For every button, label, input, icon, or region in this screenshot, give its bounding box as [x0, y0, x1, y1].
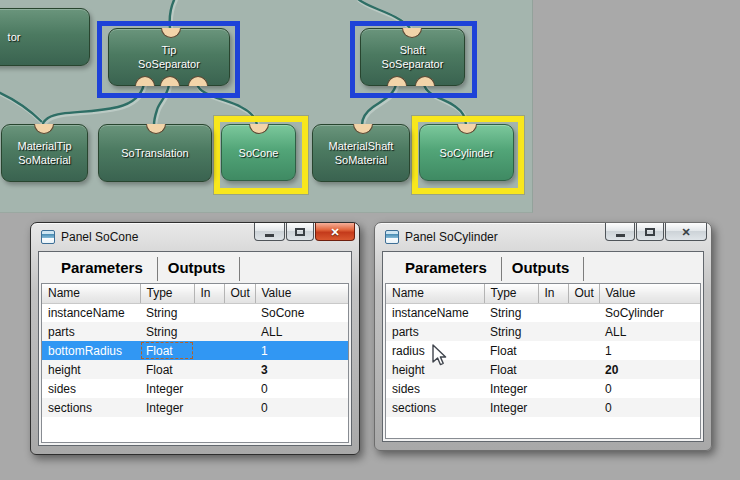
cell-in[interactable]: [194, 303, 224, 322]
cell-in[interactable]: [194, 360, 224, 379]
input-port[interactable]: [457, 124, 477, 134]
column-header-out[interactable]: Out: [568, 284, 599, 303]
node-materialshaft-somaterial[interactable]: MaterialShaft SoMaterial: [312, 124, 410, 182]
cell-value[interactable]: 1: [599, 341, 700, 360]
cell-out[interactable]: [224, 322, 255, 341]
cell-value[interactable]: 0: [255, 379, 348, 398]
input-port[interactable]: [161, 28, 181, 38]
cell-out[interactable]: [568, 379, 599, 398]
cell-name[interactable]: parts: [42, 322, 140, 341]
cell-type[interactable]: Float: [140, 341, 194, 360]
cell-value[interactable]: ALL: [255, 322, 348, 341]
table-row[interactable]: instanceName String SoCone: [42, 303, 348, 322]
tab-outputs[interactable]: Outputs: [158, 257, 241, 281]
cell-out[interactable]: [224, 398, 255, 417]
column-header-name[interactable]: Name: [386, 284, 484, 303]
table-row[interactable]: sections Integer 0: [386, 398, 700, 417]
node-sotranslation[interactable]: SoTranslation: [98, 124, 212, 182]
output-port[interactable]: [160, 76, 180, 86]
cell-type[interactable]: Integer: [140, 398, 194, 417]
input-port[interactable]: [146, 124, 166, 134]
maximize-button[interactable]: [636, 223, 664, 241]
column-header-value[interactable]: Value: [255, 284, 348, 303]
cell-name[interactable]: sides: [386, 379, 484, 398]
maximize-button[interactable]: [286, 223, 314, 241]
output-port[interactable]: [415, 76, 435, 86]
node-partial-separator[interactable]: tor: [0, 8, 90, 66]
close-button[interactable]: ✕: [665, 223, 707, 241]
cell-name[interactable]: sections: [42, 398, 140, 417]
cell-in[interactable]: [194, 322, 224, 341]
cell-in[interactable]: [538, 398, 568, 417]
cell-name[interactable]: sides: [42, 379, 140, 398]
cell-value[interactable]: 0: [599, 379, 700, 398]
node-materialtip-somaterial[interactable]: MaterialTip SoMaterial: [1, 124, 88, 182]
input-port[interactable]: [353, 124, 373, 134]
cell-value[interactable]: 0: [255, 398, 348, 417]
cell-in[interactable]: [538, 322, 568, 341]
cell-in[interactable]: [538, 303, 568, 322]
column-header-in[interactable]: In: [194, 284, 224, 303]
cell-type[interactable]: String: [140, 322, 194, 341]
tab-parameters[interactable]: Parameters: [395, 257, 502, 281]
cell-in[interactable]: [194, 341, 224, 360]
cell-out[interactable]: [568, 322, 599, 341]
column-header-in[interactable]: In: [538, 284, 568, 303]
tab-parameters[interactable]: Parameters: [51, 257, 158, 281]
cell-name[interactable]: instanceName: [386, 303, 484, 322]
close-button[interactable]: ✕: [315, 223, 355, 241]
table-row[interactable]: parts String ALL: [42, 322, 348, 341]
table-row[interactable]: parts String ALL: [386, 322, 700, 341]
cell-out[interactable]: [224, 379, 255, 398]
column-header-type[interactable]: Type: [484, 284, 538, 303]
cell-out[interactable]: [568, 303, 599, 322]
cell-in[interactable]: [194, 379, 224, 398]
cell-value[interactable]: ALL: [599, 322, 700, 341]
output-port[interactable]: [135, 76, 155, 86]
cell-type[interactable]: String: [484, 322, 538, 341]
minimize-button[interactable]: [605, 223, 635, 241]
node-graph-canvas[interactable]: tor Tip SoSeparator Shaft SoSeparator Ma…: [0, 0, 533, 213]
cell-value[interactable]: SoCone: [255, 303, 348, 322]
input-port[interactable]: [34, 124, 54, 134]
cell-type[interactable]: Integer: [484, 398, 538, 417]
output-port[interactable]: [387, 76, 407, 86]
table-row-selected[interactable]: bottomRadius Float 1: [42, 341, 348, 360]
cell-name[interactable]: instanceName: [42, 303, 140, 322]
column-header-type[interactable]: Type: [140, 284, 194, 303]
cell-name[interactable]: bottomRadius: [42, 341, 140, 360]
node-shaft-soseparator[interactable]: Shaft SoSeparator: [360, 28, 465, 86]
cell-out[interactable]: [224, 303, 255, 322]
output-port[interactable]: [188, 76, 208, 86]
cell-in[interactable]: [538, 379, 568, 398]
cell-type[interactable]: Integer: [140, 379, 194, 398]
cell-in[interactable]: [538, 360, 568, 379]
minimize-button[interactable]: [254, 223, 285, 241]
node-socone[interactable]: SoCone: [221, 124, 296, 181]
column-header-name[interactable]: Name: [42, 284, 140, 303]
cell-type[interactable]: Float: [140, 360, 194, 379]
node-socylinder[interactable]: SoCylinder: [419, 124, 514, 181]
cell-out[interactable]: [224, 341, 255, 360]
table-row[interactable]: instanceName String SoCylinder: [386, 303, 700, 322]
cell-type[interactable]: String: [484, 303, 538, 322]
cell-in[interactable]: [194, 398, 224, 417]
cell-type[interactable]: String: [140, 303, 194, 322]
input-port[interactable]: [402, 28, 422, 38]
cell-name[interactable]: parts: [386, 322, 484, 341]
node-tip-soseparator[interactable]: Tip SoSeparator: [108, 28, 230, 86]
table-row[interactable]: sections Integer 0: [42, 398, 348, 417]
cell-value[interactable]: 1: [255, 341, 348, 360]
cell-type[interactable]: Float: [484, 341, 538, 360]
cell-name[interactable]: sections: [386, 398, 484, 417]
cell-name[interactable]: height: [42, 360, 140, 379]
cell-out[interactable]: [568, 398, 599, 417]
cell-value[interactable]: 0: [599, 398, 700, 417]
table-row[interactable]: sides Integer 0: [42, 379, 348, 398]
cell-value[interactable]: 20: [599, 360, 700, 379]
column-header-out[interactable]: Out: [224, 284, 255, 303]
table-row[interactable]: sides Integer 0: [386, 379, 700, 398]
cell-out[interactable]: [224, 360, 255, 379]
cell-type[interactable]: Integer: [484, 379, 538, 398]
table-row[interactable]: height Float 3: [42, 360, 348, 379]
